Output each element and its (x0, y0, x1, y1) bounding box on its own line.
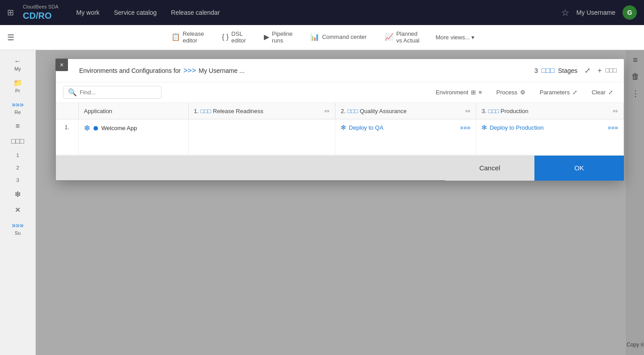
modal-close-button[interactable]: × (55, 59, 68, 71)
row-stage2: ❇ Deploy to QA »»» (335, 119, 476, 155)
modal-title-suffix: My Username ... (199, 67, 245, 74)
grid-icon[interactable]: ⊞ (7, 8, 14, 17)
tab-planned-actual[interactable]: 📈 Plannedvs Actual (376, 25, 428, 50)
sidebar-item-num2[interactable]: 2 (0, 161, 35, 174)
parameters-button[interactable]: Parameters ⤢ (536, 87, 581, 97)
stages-count: 3 (534, 67, 538, 74)
deploy-qa-arrows: ❇ (341, 124, 346, 131)
modal-header: × Environments and Configurations for >>… (56, 59, 624, 82)
tab-pipeline-runs[interactable]: ▶ Pipelineruns (255, 25, 301, 50)
cancel-button[interactable]: Cancel (445, 156, 534, 181)
network-icon: ❇ (15, 190, 21, 199)
sidebar-item-num3[interactable]: 3 (0, 174, 35, 186)
deploy-production-button[interactable]: ❇ Deploy to Production »»» (482, 124, 618, 131)
row-app: ❇ Welcome App (78, 119, 188, 155)
modal-title-prefix: Environments and Configurations for (79, 67, 181, 74)
sidebar-item-list[interactable]: ≡ (0, 118, 35, 134)
main-area: ← My 📁 Pr »»» Re ≡ □□□ 1 2 3 ❇ ✕ (0, 50, 644, 355)
sidebar-item-release[interactable]: »»» Re (0, 97, 35, 118)
modal-footer-left (56, 156, 445, 180)
ok-button[interactable]: OK (534, 156, 624, 181)
tab-dsl-label: DSLeditor (231, 30, 246, 44)
sidebar-num3: 3 (16, 178, 19, 183)
col-header-application: Application (78, 103, 188, 119)
col2-resize-icon[interactable]: ⇔ (465, 107, 470, 114)
app-network-icon: ❇ (84, 124, 90, 132)
navbar-right: ☆ My Username G (561, 5, 637, 20)
col3-resize-icon[interactable]: ⇔ (613, 107, 618, 114)
modal-footer: Cancel OK (56, 155, 624, 180)
more-views-dropdown[interactable]: More views... ▾ (428, 25, 482, 50)
back-icon: ← (14, 57, 21, 65)
modal-title-arrows: >>> (183, 67, 196, 75)
tab-release-editor-label: Releaseeditor (183, 30, 204, 44)
nav-release-calendar[interactable]: Release calendar (171, 9, 220, 16)
menu-icon[interactable]: ☰ (7, 33, 14, 42)
toolbar-tabs: 📋 Releaseeditor { } DSLeditor ▶ Pipeline… (162, 25, 482, 50)
col1-resize-icon[interactable]: ⇔ (324, 107, 330, 114)
sidebar-item-my-label: My (14, 66, 21, 72)
deploy-qa-button[interactable]: ❇ Deploy to QA »»» (341, 124, 470, 131)
chevron-down-icon: ▾ (471, 34, 475, 41)
tab-dsl-editor[interactable]: { } DSLeditor (213, 25, 255, 50)
list-icon: ≡ (16, 122, 20, 130)
row-index: 1. (56, 119, 78, 155)
sidebar-item-summary[interactable]: »»» Su (0, 218, 35, 239)
sidebar-item-back[interactable]: ← My (0, 54, 35, 75)
tab-command-center[interactable]: 📊 Command center (301, 25, 376, 50)
tab-pipeline-label: Pipelineruns (272, 30, 292, 44)
stages-dots-icon: □□□ (542, 67, 555, 75)
sidebar-item-release-label: Re (14, 110, 21, 115)
background-content: × Environments and Configurations for >>… (36, 50, 644, 355)
expand-icon[interactable]: ⤢ (585, 66, 590, 75)
stage1-num: 1. (194, 108, 199, 114)
gear-icon: ⚙ (520, 89, 525, 96)
tab-release-editor[interactable]: 📋 Releaseeditor (162, 25, 213, 50)
top-navbar: ⊞ CloudBees SDA CD/RO My work Service ca… (0, 0, 644, 25)
environment-label: Environment (436, 89, 468, 96)
username-label: My Username (576, 9, 615, 16)
tools-icon: ✕ (15, 206, 21, 214)
brand-bottom: CD/RO (23, 10, 59, 21)
deploy-prod-label: Deploy to Production (490, 124, 544, 131)
search-input[interactable] (80, 89, 157, 96)
modal-table: Application 1. □□□ Release Readiness ⇔ (56, 103, 624, 155)
stage3-num: 3. (482, 108, 487, 114)
command-center-icon: 📊 (310, 33, 319, 41)
sidebar-item-folder[interactable]: 📁 Pr (0, 75, 35, 97)
sidebar-item-stages[interactable]: □□□ (0, 134, 35, 149)
environment-icon2: ≡ (479, 89, 482, 96)
deploy-prod-arrows: ❇ (482, 124, 487, 131)
brand: CloudBees SDA CD/RO (23, 4, 59, 21)
more-views-label: More views... (436, 34, 470, 41)
folder-icon: 📁 (13, 79, 22, 87)
modal-search-box[interactable]: 🔍 (63, 86, 161, 99)
pipeline-icon: ▶ (264, 33, 269, 41)
sidebar-num1: 1 (16, 152, 19, 158)
nav-my-work[interactable]: My work (76, 9, 100, 16)
environment-button[interactable]: Environment ⊞ ≡ (432, 87, 486, 97)
stage1-dots: □□□ (200, 108, 211, 114)
planned-actual-icon: 📈 (385, 33, 394, 41)
sidebar-item-tools[interactable]: ✕ (0, 202, 35, 218)
modal-footer-right: Cancel OK (445, 156, 624, 180)
sidebar-item-folder-label: Pr (15, 88, 20, 93)
clear-button[interactable]: Clear ⤢ (588, 87, 617, 97)
sidebar-item-summary-label: Su (15, 230, 21, 236)
stage2-num: 2. (341, 108, 346, 114)
stage3-label: Production (500, 108, 528, 114)
modal-grid-icon[interactable]: □□□ (606, 67, 617, 75)
favorite-icon[interactable]: ☆ (561, 7, 569, 18)
process-button[interactable]: Process ⚙ (493, 87, 529, 97)
parameters-label: Parameters (540, 89, 570, 96)
avatar[interactable]: G (623, 5, 637, 20)
nav-service-catalog[interactable]: Service catalog (114, 9, 157, 16)
sidebar-item-network[interactable]: ❇ (0, 186, 35, 202)
tab-command-center-label: Command center (322, 34, 367, 40)
process-label: Process (496, 89, 517, 96)
release-editor-icon: 📋 (171, 33, 180, 41)
stage1-label: Release Readiness (213, 108, 263, 114)
stages-label: Stages (558, 67, 578, 74)
modal-add-icon[interactable]: + (597, 67, 602, 75)
sidebar-item-num1[interactable]: 1 (0, 149, 35, 161)
